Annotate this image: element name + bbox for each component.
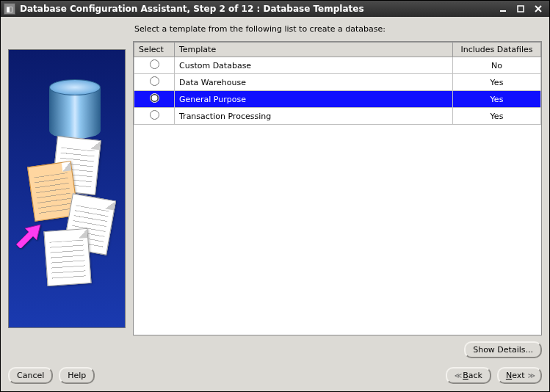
includes-datafiles-cell: No [453, 57, 541, 74]
minimize-button[interactable] [495, 3, 511, 15]
template-name-cell: Transaction Processing [175, 108, 453, 125]
main-area: Select a template from the following lis… [8, 23, 542, 358]
table-row[interactable]: General PurposeYes [134, 91, 541, 108]
column-header-includes: Includes Datafiles [453, 43, 541, 57]
arrow-icon [12, 219, 42, 248]
wizard-illustration [8, 49, 126, 328]
instruction-text: Select a template from the following lis… [134, 24, 542, 34]
includes-datafiles-cell: Yes [453, 108, 541, 125]
help-button[interactable]: Help [59, 367, 95, 384]
svg-marker-4 [16, 225, 40, 248]
chevron-right-icon: ≫ [528, 371, 533, 380]
includes-datafiles-cell: Yes [453, 74, 541, 91]
maximize-button[interactable] [513, 3, 529, 15]
table-row[interactable]: Custom DatabaseNo [134, 57, 541, 74]
template-radio[interactable] [150, 93, 159, 103]
template-radio[interactable] [150, 110, 159, 120]
column-header-template: Template [175, 43, 453, 57]
content-pane: Select a template from the following lis… [133, 23, 542, 358]
chevron-left-icon: ≪ [455, 371, 460, 380]
template-radio[interactable] [150, 76, 159, 86]
select-cell[interactable] [134, 91, 175, 108]
column-header-select: Select [134, 43, 175, 57]
template-radio[interactable] [150, 59, 159, 69]
select-cell[interactable] [134, 74, 175, 91]
select-cell[interactable] [134, 108, 175, 125]
template-name-cell: Data Warehouse [175, 74, 453, 91]
document-icon [43, 228, 91, 286]
table-row[interactable]: Data WarehouseYes [134, 74, 541, 91]
template-table: Select Template Includes Datafiles Custo… [134, 42, 541, 125]
client-area: Select a template from the following lis… [1, 17, 549, 391]
cancel-button[interactable]: Cancel [8, 367, 53, 384]
back-button[interactable]: ≪ Back [446, 367, 491, 384]
includes-datafiles-cell: Yes [453, 91, 541, 108]
titlebar[interactable]: ◧ Database Configuration Assistant, Step… [1, 1, 549, 17]
window: ◧ Database Configuration Assistant, Step… [0, 0, 550, 392]
next-button[interactable]: Next ≫ [497, 367, 542, 384]
show-details-button[interactable]: Show Details... [464, 341, 542, 358]
svg-rect-1 [518, 6, 524, 12]
app-icon: ◧ [4, 3, 15, 15]
template-table-container: Select Template Includes Datafiles Custo… [133, 41, 542, 335]
template-name-cell: General Purpose [175, 91, 453, 108]
close-button[interactable] [530, 3, 546, 15]
select-cell[interactable] [134, 57, 175, 74]
wizard-button-bar: Cancel Help ≪ Back Next ≫ [8, 367, 542, 384]
window-title: Database Configuration Assistant, Step 2… [20, 4, 493, 14]
table-row[interactable]: Transaction ProcessingYes [134, 108, 541, 125]
template-name-cell: Custom Database [175, 57, 453, 74]
